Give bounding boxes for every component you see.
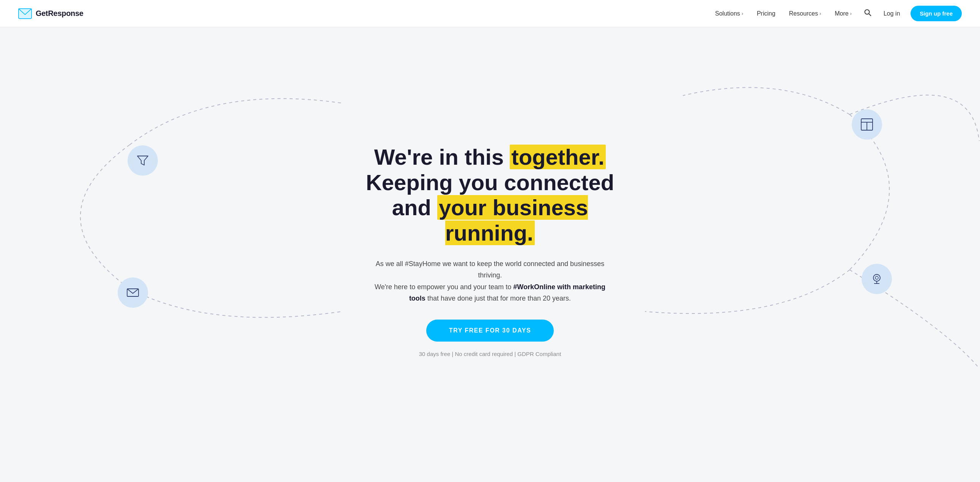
svg-point-2 [865, 10, 869, 14]
resources-chevron-icon: › [819, 11, 821, 16]
webcam-icon-bubble [862, 264, 892, 294]
layout-icon-bubble [852, 109, 882, 140]
svg-point-9 [873, 274, 880, 281]
logo-text: GetResponse [36, 9, 83, 18]
hero-fine-print: 30 days free | No credit card required |… [419, 351, 562, 357]
signup-button[interactable]: Sign up free [910, 6, 962, 21]
logo-icon [18, 8, 32, 19]
navbar: GetResponse Solutions › Pricing Resource… [0, 0, 980, 27]
nav-solutions[interactable]: Solutions › [709, 7, 749, 20]
grid-layout-icon [860, 118, 874, 131]
nav-more[interactable]: More › [829, 7, 858, 20]
search-icon[interactable] [859, 6, 876, 21]
svg-marker-4 [137, 156, 148, 165]
hero-subtext: As we all #StayHome we want to keep the … [372, 258, 608, 304]
logo-link[interactable]: GetResponse [18, 8, 83, 19]
filter-icon-bubble [127, 145, 158, 176]
camera-icon [870, 272, 884, 286]
nav-resources[interactable]: Resources › [783, 7, 827, 20]
svg-point-10 [875, 276, 878, 279]
nav-pricing[interactable]: Pricing [751, 7, 781, 20]
solutions-chevron-icon: › [741, 11, 743, 16]
hero-section: We're in this together. Keeping you conn… [0, 27, 980, 482]
hero-heading: We're in this together. Keeping you conn… [346, 145, 634, 246]
funnel-icon [136, 154, 150, 167]
login-link[interactable]: Log in [878, 7, 906, 20]
envelope-icon [126, 286, 140, 299]
nav-links: Solutions › Pricing Resources › More › L… [709, 6, 962, 21]
deco-curves [0, 27, 980, 482]
cta-button[interactable]: TRY FREE FOR 30 DAYS [426, 320, 554, 342]
mail-icon-bubble [118, 277, 148, 308]
more-chevron-icon: › [850, 11, 852, 16]
svg-line-3 [869, 14, 871, 16]
